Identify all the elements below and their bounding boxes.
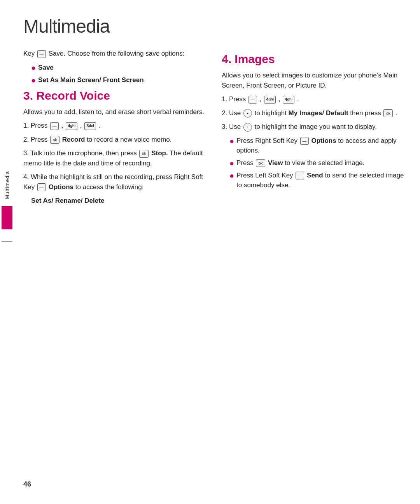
right-column: 4. Images Allows you to select images to… (222, 49, 404, 210)
section3-body: Allows you to add, listen to, and erase … (23, 107, 206, 117)
img-step3-nav-icon: ∙ (243, 123, 252, 132)
ok-view-key: ok (256, 159, 265, 167)
lsk-send-icon: — (296, 172, 304, 179)
step1-record: 1. Press — , 4 ghi , 3 def . (23, 121, 206, 131)
img-step1-menu-key: — (248, 96, 257, 104)
step2-record: 2. Press ok Record to record a new voice… (23, 135, 206, 145)
rsk-options-icon: — (300, 137, 309, 145)
page-container: Multimedia Multimedia Key — Save. Choose… (0, 0, 420, 504)
step3-record: 3. Talk into the microphone, then press … (23, 148, 206, 168)
img-step1-4ghi-key2: 4 ghi (283, 96, 294, 104)
sidebar-line (2, 241, 12, 242)
section3-heading: 3. Record Voice (23, 89, 206, 102)
sidebar-label: Multimedia (4, 171, 10, 199)
section4-heading: 4. Images (222, 53, 404, 66)
page-title: Multimedia (23, 16, 404, 37)
images-step1: 1. Press — , 4 ghi , 4 ghi . (222, 94, 404, 104)
img-step1-4ghi-key1: 4 ghi (264, 96, 276, 104)
bullet-save: ● Save (31, 63, 206, 73)
left-soft-key-icon: — (37, 50, 46, 58)
step2-ok-key: ok (50, 136, 60, 144)
step4-record: 4. While the highlight is still on the r… (23, 172, 206, 206)
main-content: Multimedia Key — Save. Choose from the f… (23, 16, 404, 504)
save-options-list: ● Save ● Set As Main Screen/ Front Scree… (31, 63, 206, 85)
left-column: Key — Save. Choose from the following sa… (23, 49, 206, 210)
images-bullet-view: ● Press ok View to view the selected ima… (229, 158, 404, 168)
two-column-layout: Key — Save. Choose from the following sa… (23, 49, 404, 210)
section4-body: Allows you to select images to customize… (222, 70, 404, 90)
step3-ok-key: ok (139, 150, 149, 158)
record-voice-steps: 1. Press — , 4 ghi , 3 def . 2. Press ok… (23, 121, 206, 206)
step1-4ghi-key: 4 ghi (66, 122, 77, 130)
images-bullet-options: ● Press Right Soft Key — Options to acce… (229, 136, 404, 156)
step4-rsk-icon: — (37, 183, 46, 191)
images-bullet-list: ● Press Right Soft Key — Options to acce… (229, 136, 404, 190)
intro-key-text: Key — Save. Choose from the following sa… (23, 50, 184, 57)
img-step2-ok-key: ok (383, 109, 393, 117)
bullet-set-as-main: ● Set As Main Screen/ Front Screen (31, 75, 206, 85)
sidebar-tab: Multimedia (0, 163, 14, 249)
images-step3: 3. Use ∙ to highlight the image you want… (222, 122, 404, 132)
images-bullet-send: ● Press Left Soft Key — Send to send the… (229, 170, 404, 190)
images-steps: 1. Press — , 4 ghi , 4 ghi . 2. Use • to… (222, 94, 404, 190)
page-number: 46 (23, 480, 31, 488)
img-step2-nav-icon: • (243, 109, 252, 118)
intro-key-save: Key — Save. Choose from the following sa… (23, 49, 206, 59)
step1-3def-key: 3 def (84, 122, 96, 130)
images-step2: 2. Use • to highlight My Images/ Default… (222, 108, 404, 118)
step1-menu-key: — (50, 122, 59, 130)
sidebar-bar (2, 206, 12, 229)
